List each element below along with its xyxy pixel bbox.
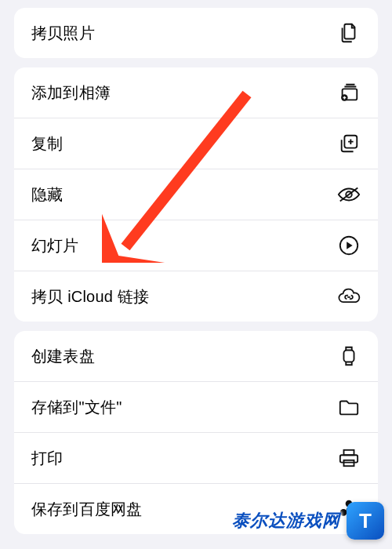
label-slideshow: 幻灯片: [31, 235, 79, 256]
row-copy-photo[interactable]: 拷贝照片: [14, 8, 378, 58]
label-copy-photo: 拷贝照片: [31, 23, 95, 44]
play-circle-icon: [337, 234, 361, 257]
folder-icon: [337, 395, 361, 419]
label-create-watch-face: 创建表盘: [31, 346, 95, 367]
label-add-to-album: 添加到相簿: [31, 82, 111, 104]
row-slideshow[interactable]: 幻灯片: [14, 220, 378, 271]
eye-slash-icon: [337, 183, 361, 206]
label-save-to-files: 存储到"文件": [31, 397, 122, 418]
group-0: 拷贝照片: [14, 8, 378, 58]
printer-icon: [337, 446, 361, 470]
plus-square-on-square-icon: [337, 132, 361, 155]
watermark-logo-icon: T: [347, 502, 384, 540]
label-hide: 隐藏: [31, 184, 63, 205]
svg-rect-6: [343, 351, 354, 362]
svg-rect-7: [340, 455, 358, 462]
album-add-icon: [337, 81, 361, 104]
edit-actions-link[interactable]: 编辑操作...: [14, 544, 378, 549]
share-sheet: 拷贝照片 添加到相簿 复制 隐藏 幻灯片: [0, 0, 392, 549]
label-print: 打印: [31, 448, 63, 469]
icloud-link-icon: [337, 285, 361, 308]
label-copy-icloud-link: 拷贝 iCloud 链接: [31, 286, 149, 307]
group-1: 添加到相簿 复制 隐藏 幻灯片 拷贝 iCloud 链接: [14, 67, 378, 322]
row-print[interactable]: 打印: [14, 432, 378, 483]
row-duplicate[interactable]: 复制: [14, 118, 378, 169]
row-save-to-files[interactable]: 存储到"文件": [14, 381, 378, 432]
row-add-to-album[interactable]: 添加到相簿: [14, 67, 378, 118]
row-create-watch-face[interactable]: 创建表盘: [14, 331, 378, 381]
label-save-to-baidu: 保存到百度网盘: [31, 499, 142, 520]
watermark-text: 泰尔达游戏网: [232, 509, 340, 533]
watermark: 泰尔达游戏网 T: [232, 502, 392, 540]
label-duplicate: 复制: [31, 133, 63, 155]
svg-rect-8: [344, 450, 354, 456]
doc-on-doc-icon: [337, 21, 361, 45]
watch-icon: [337, 344, 361, 368]
row-copy-icloud-link[interactable]: 拷贝 iCloud 链接: [14, 271, 378, 322]
row-hide[interactable]: 隐藏: [14, 169, 378, 220]
